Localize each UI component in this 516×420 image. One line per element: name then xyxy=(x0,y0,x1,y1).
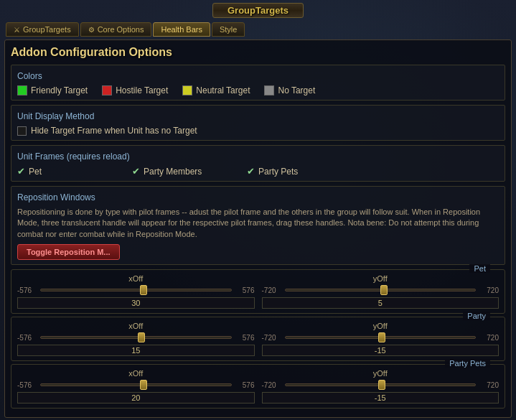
party-pets-yoff-min: -720 xyxy=(262,381,282,389)
pet-xoff-thumb[interactable] xyxy=(140,285,147,295)
pet-label: Pet xyxy=(29,167,42,177)
neutral-swatch[interactable] xyxy=(182,85,192,95)
unit-frames-section: Unit Frames (requires reload) ✔ Pet ✔ Pa… xyxy=(11,145,505,182)
party-pets-xoff-thumb[interactable] xyxy=(140,380,147,390)
toggle-reposition-button[interactable]: Toggle Reposition M... xyxy=(17,244,120,260)
pet-yoff-slider[interactable] xyxy=(285,284,477,296)
party-xoff-label: xOff xyxy=(17,322,255,330)
pet-yoff-value[interactable]: 5 xyxy=(262,297,499,309)
pet-xoff-label: xOff xyxy=(17,274,255,283)
color-item-hostile[interactable]: Hostile Target xyxy=(102,85,168,95)
window-title: GroupTargets xyxy=(212,3,304,18)
party-xoff-thumb[interactable] xyxy=(138,332,145,342)
party-pets-yoff-track-row: -720 720 xyxy=(262,379,499,391)
party-yoff-thumb[interactable] xyxy=(378,332,385,342)
hostile-swatch[interactable] xyxy=(102,85,112,95)
checkbox-item-party-pets[interactable]: ✔ Party Pets xyxy=(247,166,362,177)
slider-group-pet: Pet xOff -576 576 3 xyxy=(11,269,505,314)
colors-section: Colors Friendly Target Hostile Target Ne… xyxy=(11,65,505,101)
party-pets-yoff-col: yOff -720 720 -15 xyxy=(262,369,499,403)
party-pets-xoff-value[interactable]: 20 xyxy=(17,392,255,403)
tab-icon-core-options: ⚙ xyxy=(88,26,95,34)
pet-yoff-min: -720 xyxy=(262,286,282,294)
party-yoff-value[interactable]: -15 xyxy=(262,345,499,356)
party-pets-label: Party Pets xyxy=(258,167,298,177)
reposition-description: Repositioning is done by type with pilot… xyxy=(17,207,499,240)
party-yoff-max: 720 xyxy=(479,334,499,342)
pet-yoff-thumb[interactable] xyxy=(380,285,388,295)
party-pets-xoff-track xyxy=(40,383,232,386)
slider-group-party-pets: Party Pets xOff -576 576 xyxy=(11,364,505,409)
party-pets-yoff-slider[interactable] xyxy=(285,379,477,391)
friendly-swatch[interactable] xyxy=(17,85,27,95)
party-yoff-slider[interactable] xyxy=(285,332,477,343)
pet-yoff-track-row: -720 720 xyxy=(262,284,499,296)
pet-xoff-slider[interactable] xyxy=(40,284,232,296)
party-yoff-track-row: -720 720 xyxy=(262,332,499,343)
party-pets-xoff-max: 576 xyxy=(235,381,255,389)
party-xoff-min: -576 xyxy=(17,334,37,342)
party-xoff-value[interactable]: 15 xyxy=(17,345,255,356)
party-pets-check-icon: ✔ xyxy=(247,166,255,177)
party-pets-xoff-track-row: -576 576 xyxy=(17,379,255,391)
pet-xoff-value[interactable]: 30 xyxy=(17,297,255,309)
title-bar: GroupTargets xyxy=(0,0,516,22)
hide-target-row: Hide Target Frame when Unit has no Targe… xyxy=(17,126,499,136)
pet-xoff-col: xOff -576 576 30 xyxy=(17,274,255,309)
party-yoff-col: yOff -720 720 -15 xyxy=(262,322,499,356)
tab-style[interactable]: Style xyxy=(212,22,245,37)
pet-xoff-track xyxy=(40,289,232,291)
party-members-label: Party Members xyxy=(144,167,202,177)
party-xoff-col: xOff -576 576 15 xyxy=(17,322,255,356)
party-pets-xoff-col: xOff -576 576 20 xyxy=(17,369,255,403)
tab-icon-group-targets: ⚔ xyxy=(14,26,20,34)
panel-title: Addon Configuration Options xyxy=(11,46,505,59)
tab-core-options[interactable]: ⚙ Core Options xyxy=(80,22,152,37)
party-pets-yoff-thumb[interactable] xyxy=(378,380,385,390)
slider-pair-party-pets: xOff -576 576 20 xyxy=(17,369,499,403)
party-yoff-min: -720 xyxy=(262,334,282,342)
party-pets-xoff-min: -576 xyxy=(17,381,37,389)
party-xoff-max: 576 xyxy=(235,334,255,342)
unit-display-section: Unit Display Method Hide Target Frame wh… xyxy=(11,105,505,141)
main-container: GroupTargets ⚔ GroupTargets ⚙ Core Optio… xyxy=(0,0,516,420)
unit-display-header: Unit Display Method xyxy=(17,111,499,121)
party-yoff-label: yOff xyxy=(262,322,499,330)
neutral-label: Neutral Target xyxy=(196,85,250,95)
party-xoff-track-row: -576 576 xyxy=(17,332,255,343)
checkbox-item-party-members[interactable]: ✔ Party Members xyxy=(132,166,247,177)
sliders-area: Pet xOff -576 576 3 xyxy=(11,269,505,409)
party-pets-yoff-value[interactable]: -15 xyxy=(262,392,499,403)
checkbox-item-pet[interactable]: ✔ Pet xyxy=(17,166,132,177)
reposition-header: Reposition Windows xyxy=(17,192,499,202)
unit-frames-header: Unit Frames (requires reload) xyxy=(17,151,499,162)
color-item-no-target[interactable]: No Target xyxy=(264,85,315,95)
pet-xoff-max: 576 xyxy=(235,286,255,294)
pet-yoff-max: 720 xyxy=(479,286,499,294)
party-pets-yoff-track xyxy=(285,383,477,386)
main-panel: Addon Configuration Options Colors Frien… xyxy=(4,39,512,418)
hostile-label: Hostile Target xyxy=(116,85,168,95)
pet-yoff-col: yOff -720 720 5 xyxy=(262,274,499,309)
pet-check-icon: ✔ xyxy=(17,166,25,177)
color-item-neutral[interactable]: Neutral Target xyxy=(182,85,250,95)
slider-group-party: Party xOff -576 576 xyxy=(11,317,505,361)
reposition-section: Reposition Windows Repositioning is done… xyxy=(11,186,505,265)
slider-pair-party: xOff -576 576 15 xyxy=(17,322,499,356)
no-target-label: No Target xyxy=(278,85,315,95)
tab-group-targets[interactable]: ⚔ GroupTargets xyxy=(6,22,79,37)
no-target-swatch[interactable] xyxy=(264,85,274,95)
pet-xoff-track-row: -576 576 xyxy=(17,284,255,296)
slider-group-party-pets-label: Party Pets xyxy=(445,359,490,368)
party-pets-xoff-label: xOff xyxy=(17,369,255,378)
colors-header: Colors xyxy=(17,71,499,81)
party-xoff-slider[interactable] xyxy=(40,332,232,343)
pet-yoff-label: yOff xyxy=(262,274,499,283)
party-pets-xoff-slider[interactable] xyxy=(40,379,232,391)
slider-pair-pet: xOff -576 576 30 xyxy=(17,274,499,309)
party-xoff-track xyxy=(40,336,232,339)
hide-target-checkbox[interactable] xyxy=(17,126,27,136)
tab-health-bars[interactable]: Health Bars xyxy=(153,22,210,37)
pet-xoff-min: -576 xyxy=(17,286,37,294)
color-item-friendly[interactable]: Friendly Target xyxy=(17,85,88,95)
